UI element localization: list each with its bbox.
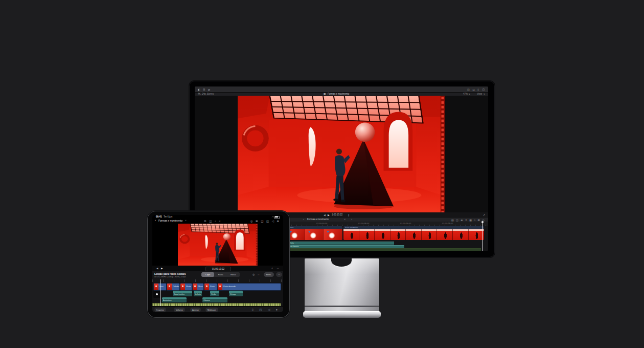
video-clip[interactable]: Praia (204, 283, 217, 291)
timeline-caret-icon: ∨ (344, 218, 346, 221)
fcp-toolbar: ◧ ⊞ ⇄ ◫ ▭ ▯ ⊡ (195, 86, 488, 93)
clip-thumbnails (286, 229, 342, 240)
fullscreen-icon[interactable]: ↗ (483, 213, 485, 216)
ipad-timeline: Edição para redes sociais 00:23 | 48kHz … (152, 271, 283, 306)
toolbar-right-icons[interactable]: ▯ ◰ ◁ ● (252, 308, 280, 311)
clip-thumbnails (343, 229, 484, 240)
edit-mode-segmented-control: Clipe Faixa Editar (201, 272, 240, 277)
title-clip-name: Vinheta (194, 293, 202, 296)
animate-button[interactable]: Animar (190, 308, 201, 312)
clip-name: Cidade (173, 284, 179, 290)
ruler-label: 01:00:08:00 (358, 222, 369, 225)
video-clip[interactable]: Praia dourada (217, 283, 281, 291)
ipad-screen: 09:41 Ter 6 jun ◠ ‹ Formas e movimento ∨… (152, 215, 283, 312)
ipad-nav-bar: ‹ Formas e movimento ∨ ⊡ ◫ ♪ ≈ ◎ ⊞ ◫ ◰ ◁… (152, 219, 283, 224)
title-clip-name: Vintage (229, 293, 243, 296)
title-clip[interactable]: Câmera (202, 297, 227, 302)
ipad: 09:41 Ter 6 jun ◠ ‹ Formas e movimento ∨… (147, 211, 290, 318)
viewer-pane (195, 96, 488, 212)
ipad-playhead[interactable] (160, 279, 160, 306)
clip-thumbnail (305, 229, 324, 240)
clip-thumbnail (204, 284, 209, 290)
clip-thumbnail (180, 284, 185, 290)
more-icon[interactable]: ⋯ (277, 267, 281, 270)
viewer-video[interactable] (238, 96, 445, 212)
clip-thumbnail (406, 229, 422, 240)
viewer-timecode: 1:00:13:22 (332, 213, 342, 216)
timeline-back-icon[interactable]: ‹ (303, 218, 304, 221)
stand-seam (305, 306, 379, 307)
wifi-icon: ◠ (272, 215, 274, 219)
ruler-label: 01:00:16:00 (400, 222, 411, 225)
clip-thumbnail (453, 229, 469, 240)
ipad-project-title[interactable]: Formas e movimento (158, 219, 182, 222)
mode-range[interactable]: Faixa (214, 272, 227, 277)
media-dot (156, 293, 158, 295)
ipad-ruler[interactable] (152, 279, 283, 282)
title-clip[interactable]: Nova timeline (173, 291, 192, 296)
mode-edit[interactable]: Editar (227, 272, 240, 277)
nav-right-icons[interactable]: ◎ ⊞ ◫ ◰ ◁ ⊕ (250, 220, 280, 223)
title-clip-name: Nova timeline (173, 293, 192, 296)
clip-thumbnail (167, 284, 172, 290)
clip-name: Skate (186, 284, 191, 290)
clip-thumbnail (375, 229, 390, 240)
project-specs: 00:23 | 48kHz | 2160p | SDR | 24 fps (154, 276, 186, 278)
ipad-viewer-video[interactable] (178, 224, 258, 266)
ruler-label: 01:00:00:00 (316, 222, 327, 225)
multicam-button[interactable]: Multicam (205, 308, 218, 312)
fcp-layout-toggle-icons[interactable]: ◫ ▭ ▯ (467, 88, 480, 91)
snapping-magnet-icon[interactable]: ∩ (258, 273, 261, 276)
play-icon[interactable]: ▶ (161, 267, 164, 270)
title-clip[interactable]: Verão (210, 291, 219, 296)
back-chevron-icon[interactable]: ‹ (155, 219, 156, 222)
clip-thumbnail (193, 284, 197, 290)
status-time: 09:41 (156, 215, 162, 218)
playhead[interactable] (482, 222, 482, 251)
prev-frame-icon[interactable]: ◀ (324, 213, 326, 216)
audio-track[interactable] (286, 248, 481, 251)
more-button[interactable]: ⋯ (276, 272, 282, 277)
status-date: Ter 6 jun (164, 215, 172, 218)
hero-scene: ◧ ⊞ ⇄ ◫ ▭ ▯ ⊡ 4K, 24p, Stereo ▦ Formas e… (0, 0, 644, 348)
nav-center-icons[interactable]: ⊡ ◫ ♪ ≈ (204, 220, 221, 223)
title-clip[interactable]: Vintage (229, 291, 243, 296)
clip-thumbnail (359, 229, 375, 240)
volume-button[interactable]: Volume (174, 308, 185, 312)
timeline-forward-icon[interactable]: › (351, 218, 352, 221)
fcp-toolbar-left-icons[interactable]: ◧ ⊞ ⇄ (198, 88, 211, 91)
fullscreen-icon[interactable]: ↗ (271, 267, 274, 270)
ipad-timecode: 01:00:13:22 (205, 267, 231, 271)
clip-thumbnail (437, 229, 453, 240)
video-clip[interactable]: Skate (180, 283, 192, 291)
status-bar: 09:41 Ter 6 jun ◠ (152, 215, 283, 219)
video-clip[interactable]: Cidade (167, 283, 180, 291)
select-button[interactable]: Selec. (264, 272, 274, 277)
playhead-handle[interactable] (481, 221, 484, 223)
audio-meters-icon[interactable]: ∥ (348, 213, 350, 216)
mode-clip[interactable]: Clipe (201, 272, 214, 277)
audio-waveform-line (286, 249, 481, 249)
video-clip[interactable]: Sala vermelha (343, 226, 484, 240)
inspector-button[interactable]: Inspetor (154, 308, 166, 312)
title-clip-name: Assinatura (162, 299, 187, 302)
studio-display-base (303, 311, 381, 318)
clip-name: Praia (210, 284, 216, 290)
ipad-tracks: Intro Cidade Skate Mural (152, 282, 283, 306)
play-icon[interactable]: ▶ (328, 213, 330, 216)
title-clip[interactable]: Vinheta (286, 242, 394, 245)
clip-name: Praia dourada (223, 284, 280, 290)
ruler-label: 01:00:24:00 (442, 222, 453, 225)
timeline-project-title[interactable]: Formas e movimento (307, 218, 329, 221)
video-clip[interactable]: Esfera (286, 226, 342, 240)
video-clip[interactable]: Mural (192, 283, 204, 291)
ipad-transport: ◀ ▶ 01:00:13:22 ↗ ⋯ (152, 266, 283, 271)
title-clip[interactable]: Assinatura (162, 297, 187, 302)
prev-play-icons[interactable]: ◀ (156, 267, 159, 270)
clip-thumbnail (422, 229, 438, 240)
eye-icon[interactable]: ◎ (252, 273, 256, 276)
share-icon[interactable]: ⊡ (482, 88, 486, 91)
clip-thumbnail (324, 229, 342, 240)
clip-thumbnail (390, 229, 406, 240)
title-clip[interactable]: Vinheta (194, 291, 202, 296)
